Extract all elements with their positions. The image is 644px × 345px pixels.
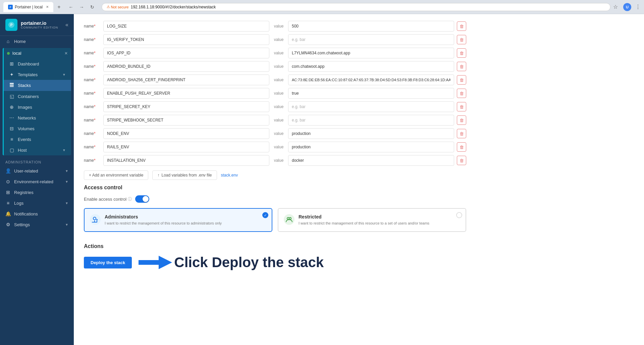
env-name-input-7[interactable] xyxy=(103,115,269,126)
env-name-input-6[interactable] xyxy=(103,101,269,112)
sidebar-item-images-label: Images xyxy=(18,105,32,110)
not-secure-indicator: ⚠ Not secure xyxy=(107,5,129,9)
env-delete-btn-4[interactable]: 🗑 xyxy=(457,75,466,85)
load-env-file-button[interactable]: ↑ Load variables from .env file xyxy=(152,170,217,180)
env-name-label-10: name* xyxy=(84,158,101,163)
local-label: local xyxy=(12,51,21,56)
env-value-label-1: value xyxy=(272,37,285,42)
restricted-card-content: Restricted I want to restrict the manage… xyxy=(299,214,429,226)
env-name-input-2[interactable] xyxy=(103,48,269,58)
env-value-label-7: value xyxy=(272,118,285,122)
enable-access-info-icon[interactable]: ⓘ xyxy=(128,196,132,202)
sidebar-item-containers[interactable]: ◱ Containers xyxy=(4,91,71,102)
env-value-input-3[interactable] xyxy=(288,61,454,72)
sidebar-collapse-btn[interactable]: « xyxy=(65,22,68,28)
env-value-input-10[interactable] xyxy=(288,155,454,166)
sidebar-item-host[interactable]: ▢ Host ▼ xyxy=(4,145,71,155)
local-header[interactable]: local ✕ xyxy=(4,48,71,58)
env-name-input-4[interactable] xyxy=(103,75,269,85)
env-delete-btn-2[interactable]: 🗑 xyxy=(457,48,466,58)
address-bar[interactable]: ⚠ Not secure 192.168.1.18:9000/#!/2/dock… xyxy=(102,3,611,11)
env-name-label-3: name* xyxy=(84,64,101,69)
sidebar-item-home[interactable]: ⌂ Home xyxy=(0,36,74,47)
browser-menu-icon[interactable]: ⋮ xyxy=(635,4,641,10)
svg-rect-6 xyxy=(10,86,14,87)
logo-subtitle: COMMUNITY EDITION xyxy=(21,26,58,29)
back-button[interactable]: ← xyxy=(67,4,75,10)
restricted-card-desc: I want to restrict the management of thi… xyxy=(299,221,429,226)
deploy-stack-button[interactable]: Deploy the stack xyxy=(84,257,132,268)
events-icon: ≡ xyxy=(9,137,14,142)
sidebar-item-stacks[interactable]: Stacks xyxy=(4,80,71,91)
sidebar-item-logs[interactable]: ≡ Logs ▼ xyxy=(0,198,74,208)
sidebar-item-events[interactable]: ≡ Events xyxy=(4,134,71,145)
env-value-input-1[interactable] xyxy=(288,34,454,45)
env-value-input-8[interactable] xyxy=(288,128,454,139)
volumes-icon: ⊟ xyxy=(9,126,14,131)
env-name-input-1[interactable] xyxy=(103,34,269,45)
bookmark-icon[interactable]: ☆ xyxy=(613,4,618,10)
host-expand-icon: ▼ xyxy=(62,148,66,152)
sidebar-item-dashboard[interactable]: ⊞ Dashboard xyxy=(4,58,71,69)
sidebar-item-dashboard-label: Dashboard xyxy=(18,61,39,66)
click-deploy-text: Click Deploy the stack xyxy=(174,254,324,270)
administrators-card-check: ✓ xyxy=(262,212,268,218)
env-delete-btn-8[interactable]: 🗑 xyxy=(457,129,466,138)
env-delete-btn-0[interactable]: 🗑 xyxy=(457,21,466,31)
env-value-label-3: value xyxy=(272,64,285,69)
env-name-input-0[interactable] xyxy=(103,21,269,32)
env-value-input-5[interactable] xyxy=(288,88,454,99)
env-value-input-0[interactable] xyxy=(288,21,454,32)
env-delete-btn-1[interactable]: 🗑 xyxy=(457,35,466,44)
sidebar-item-volumes[interactable]: ⊟ Volumes xyxy=(4,123,71,134)
forward-button[interactable]: → xyxy=(77,4,86,10)
browser-tabs: P Portainer | local ✕ + xyxy=(3,2,64,12)
env-delete-btn-3[interactable]: 🗑 xyxy=(457,62,466,71)
add-env-var-button[interactable]: + Add an environment variable xyxy=(84,170,148,180)
env-name-label-9: name* xyxy=(84,145,101,149)
click-annotation: Click Deploy the stack xyxy=(139,254,324,271)
env-name-input-10[interactable] xyxy=(103,155,269,166)
sidebar-item-notifications[interactable]: 🔔 Notifications xyxy=(0,208,74,219)
sidebar-item-settings-label: Settings xyxy=(14,222,30,227)
env-name-input-5[interactable] xyxy=(103,88,269,99)
env-delete-btn-7[interactable]: 🗑 xyxy=(457,115,466,125)
sidebar-item-settings[interactable]: ⚙ Settings ▼ xyxy=(0,219,74,230)
env-delete-btn-6[interactable]: 🗑 xyxy=(457,102,466,111)
restricted-card[interactable]: Restricted I want to restrict the manage… xyxy=(278,208,466,232)
active-tab[interactable]: P Portainer | local ✕ xyxy=(3,2,53,12)
reload-button[interactable]: ↻ xyxy=(88,4,96,10)
new-tab-btn[interactable]: + xyxy=(54,2,64,12)
user-avatar[interactable]: U xyxy=(623,3,631,11)
administrators-icon xyxy=(90,214,101,225)
sidebar-item-images[interactable]: ⊕ Images xyxy=(4,102,71,112)
sidebar-item-env-related[interactable]: ⊙ Environment-related ▼ xyxy=(0,176,74,187)
env-value-input-6[interactable] xyxy=(288,101,454,112)
svg-text:P: P xyxy=(10,6,11,8)
env-name-input-8[interactable] xyxy=(103,128,269,139)
env-value-input-9[interactable] xyxy=(288,142,454,152)
sidebar-item-templates[interactable]: ✦ Templates ▼ xyxy=(4,69,71,80)
sidebar-item-registries[interactable]: ⊞ Registries xyxy=(0,187,74,198)
sidebar-item-user-related[interactable]: 👤 User-related ▼ xyxy=(0,165,74,176)
env-row-7: name* value 🗑 xyxy=(84,115,466,126)
sidebar-item-logs-label: Logs xyxy=(14,201,23,206)
env-delete-btn-10[interactable]: 🗑 xyxy=(457,156,466,165)
user-related-expand-icon: ▼ xyxy=(65,169,68,173)
env-delete-btn-9[interactable]: 🗑 xyxy=(457,142,466,152)
env-name-input-9[interactable] xyxy=(103,142,269,152)
administrators-card[interactable]: Administrators I want to restrict the ma… xyxy=(84,208,272,232)
svg-rect-5 xyxy=(10,85,14,86)
containers-icon: ◱ xyxy=(9,94,14,99)
env-file-link[interactable]: stack.env xyxy=(221,173,238,178)
env-value-input-4[interactable] xyxy=(288,75,454,85)
sidebar-item-networks[interactable]: ⋯ Networks xyxy=(4,112,71,123)
env-name-input-3[interactable] xyxy=(103,61,269,72)
tab-close-btn[interactable]: ✕ xyxy=(46,5,49,9)
env-value-input-7[interactable] xyxy=(288,115,454,126)
env-value-input-2[interactable] xyxy=(288,48,454,58)
sidebar-item-notifications-label: Notifications xyxy=(14,211,38,216)
env-delete-btn-5[interactable]: 🗑 xyxy=(457,89,466,98)
local-close-btn[interactable]: ✕ xyxy=(64,51,68,56)
access-control-toggle[interactable] xyxy=(135,195,149,203)
